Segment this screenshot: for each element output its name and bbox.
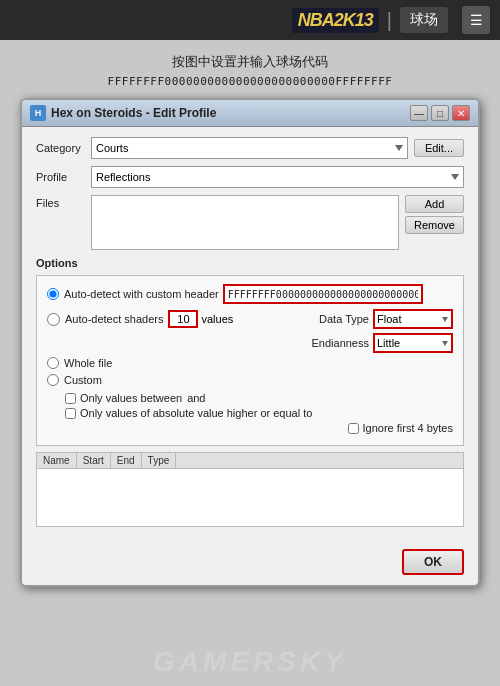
maximize-button[interactable]: □ [431,105,449,121]
checkbox-ignore-first[interactable] [348,423,359,434]
radio-whole-file[interactable] [47,357,59,369]
close-button[interactable]: ✕ [452,105,470,121]
table-area: Name Start End Type [36,452,464,527]
radio-auto-detect-shaders[interactable] [47,313,60,326]
menu-icon[interactable]: ☰ [462,6,490,34]
hex-code-display: FFFFFFFF000000000000000000000000FFFFFFFF [20,73,480,91]
profile-label: Profile [36,171,91,183]
col-type: Type [142,453,177,468]
dialog-app-icon: H [30,105,46,121]
checkbox-values-between[interactable] [65,393,76,404]
col-start: Start [77,453,111,468]
checkbox-abs-value[interactable] [65,408,76,419]
checkbox-row-2: Only values of absolute value higher or … [47,407,453,419]
checkbox-row-3: Ignore first 4 bytes [47,422,453,434]
and-label: and [187,392,205,404]
files-list [91,195,399,250]
section-label: 球场 [400,7,448,33]
data-type-label: Data Type [319,313,369,325]
dialog-footer: OK [22,545,478,585]
checkbox3-label: Ignore first 4 bytes [363,422,454,434]
dialog-controls[interactable]: — □ ✕ [410,105,470,121]
category-label: Category [36,142,91,154]
files-row: Files Add Remove [36,195,464,250]
add-button[interactable]: Add [405,195,464,213]
dialog-title: Hex on Steroids - Edit Profile [51,106,216,120]
checkbox2-label: Only values of absolute value higher or … [80,407,312,419]
divider: | [387,9,392,32]
profile-row: Profile Reflections [36,166,464,188]
edit-button[interactable]: Edit... [414,139,464,157]
radio-row-1: Auto-detect with custom header [47,284,453,304]
files-label: Files [36,195,91,209]
dialog-body: Category Courts Edit... Profile Reflecti… [22,127,478,545]
minimize-button[interactable]: — [410,105,428,121]
hex-header-input[interactable] [223,284,423,304]
radio4-label: Custom [64,374,102,386]
dialog-window: H Hex on Steroids - Edit Profile — □ ✕ C… [20,98,480,587]
options-section-label: Options [36,257,464,269]
remove-button[interactable]: Remove [405,216,464,234]
category-row: Category Courts Edit... [36,137,464,159]
instruction-line1: 按图中设置并输入球场代码 [20,52,480,73]
checkbox1-label: Only values between [80,392,182,404]
profile-select[interactable]: Reflections [91,166,464,188]
logo-area: NBA2K13 | 球场 ☰ [292,6,490,34]
data-type-select[interactable]: Float Int Short [373,309,453,329]
radio-auto-detect-header[interactable] [47,288,59,300]
ok-button[interactable]: OK [402,549,464,575]
values-label: values [201,313,233,325]
radio-row-4: Custom [47,374,453,386]
dialog-titlebar: H Hex on Steroids - Edit Profile — □ ✕ [22,100,478,127]
dialog-title-left: H Hex on Steroids - Edit Profile [30,105,216,121]
col-name: Name [37,453,77,468]
options-area: Auto-detect with custom header Auto-dete… [36,275,464,446]
col-end: End [111,453,142,468]
num-values-input[interactable] [168,310,198,328]
watermark: GAMERSKY [0,646,500,678]
files-buttons: Add Remove [405,195,464,234]
nba-logo: NBA2K13 [292,8,379,33]
category-select[interactable]: Courts [91,137,408,159]
checkbox-row-1: Only values between and [47,392,453,404]
radio-custom[interactable] [47,374,59,386]
radio-row-3: Whole file [47,357,453,369]
radio1-label: Auto-detect with custom header [64,288,219,300]
radio2-label: Auto-detect shaders [65,313,163,325]
radio3-label: Whole file [64,357,112,369]
endianness-select[interactable]: Little Big [373,333,453,353]
instructions-area: 按图中设置并输入球场代码 FFFFFFFF0000000000000000000… [0,40,500,98]
table-header: Name Start End Type [37,453,463,469]
endianness-label: Endianness [312,337,370,349]
top-bar: NBA2K13 | 球场 ☰ [0,0,500,40]
